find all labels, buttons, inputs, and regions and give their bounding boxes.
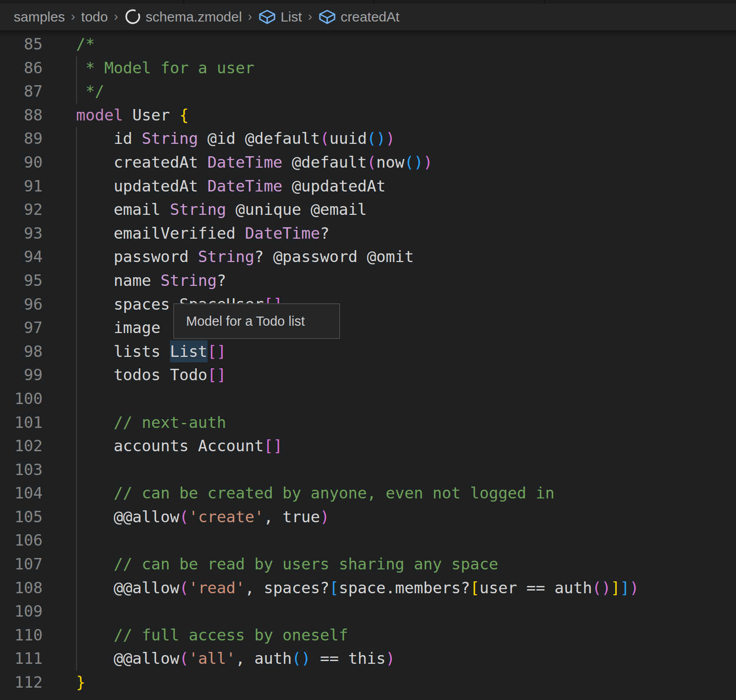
code-line[interactable]: 106 <box>0 529 736 552</box>
line-number[interactable]: 92 <box>0 198 43 222</box>
code-line[interactable]: 86 * Model for a user <box>0 56 736 80</box>
line-number[interactable]: 100 <box>0 387 43 411</box>
code-line[interactable]: 103 <box>0 458 736 482</box>
line-number[interactable]: 103 <box>0 458 43 482</box>
line-number[interactable]: 91 <box>0 175 43 198</box>
code-line[interactable]: 101 // next-auth <box>0 411 736 435</box>
code-line[interactable]: 100 <box>0 387 736 411</box>
line-number[interactable]: 109 <box>0 600 43 623</box>
code-line-content: @@allow('all', auth() == this) <box>43 647 395 671</box>
code-token: [] <box>208 366 226 384</box>
breadcrumb-item-todo[interactable]: todo <box>81 9 108 25</box>
code-token: @default <box>282 153 367 171</box>
line-number[interactable]: 96 <box>0 293 43 317</box>
line-number[interactable]: 88 <box>0 104 43 127</box>
line-number[interactable]: 105 <box>0 505 43 529</box>
code-token: ] <box>620 579 629 597</box>
code-token: ) <box>423 153 432 171</box>
code-line[interactable]: 112} <box>0 671 736 695</box>
code-line-content: email String @unique @email <box>43 198 367 222</box>
code-token: ( <box>367 153 376 171</box>
line-number[interactable]: 98 <box>0 340 43 364</box>
code-line[interactable]: 107 // can be read by users sharing any … <box>0 552 736 576</box>
code-line-content: id String @id @default(uuid()) <box>43 127 395 151</box>
code-line[interactable]: 89 id String @id @default(uuid()) <box>0 127 736 151</box>
code-token: String <box>170 200 226 219</box>
code-token: DateTime <box>208 153 283 171</box>
code-token: () <box>292 649 311 667</box>
code-line[interactable]: 95 name String? <box>0 269 736 293</box>
code-token: @updatedAt <box>282 177 385 195</box>
code-token: user == auth <box>479 579 592 597</box>
line-number[interactable]: 95 <box>0 269 43 293</box>
code-token: image <box>76 318 160 337</box>
line-number[interactable]: 90 <box>0 151 43 175</box>
code-token: , true <box>264 508 320 526</box>
code-token: todos Todo <box>76 366 208 384</box>
code-line-content: emailVerified DateTime? <box>43 222 330 246</box>
code-token: ] <box>611 579 620 597</box>
code-line[interactable]: 102 accounts Account[] <box>0 434 736 458</box>
code-line[interactable]: 104 // can be created by anyone, even no… <box>0 481 736 505</box>
breadcrumb-item-label: schema.zmodel <box>146 9 242 25</box>
line-number[interactable]: 107 <box>0 552 43 576</box>
code-line-content: model User { <box>43 104 189 127</box>
code-line[interactable]: 108 @@allow('read', spaces?[space.member… <box>0 576 736 600</box>
code-token: [] <box>264 437 282 455</box>
breadcrumb-item-label: samples <box>14 9 65 25</box>
line-number[interactable]: 99 <box>0 363 43 387</box>
breadcrumb-item-schema-zmodel[interactable]: schema.zmodel <box>124 8 242 26</box>
line-number[interactable]: 104 <box>0 481 43 505</box>
breadcrumb-item-samples[interactable]: samples <box>14 9 65 25</box>
code-token: @@allow <box>76 649 179 667</box>
code-line[interactable]: 94 password String? @password @omit <box>0 245 736 269</box>
code-line[interactable]: 91 updatedAt DateTime @updatedAt <box>0 175 736 198</box>
code-token: 'read' <box>189 579 245 597</box>
line-number[interactable]: 97 <box>0 316 43 340</box>
code-line-content: * Model for a user <box>43 56 254 80</box>
code-line-content: @@allow('read', spaces?[space.members?[u… <box>43 576 639 600</box>
code-line[interactable]: 110 // full access by oneself <box>0 623 736 647</box>
code-token: String <box>198 247 254 266</box>
line-number[interactable]: 111 <box>0 647 43 671</box>
line-number[interactable]: 93 <box>0 222 43 246</box>
code-line[interactable]: 85/* <box>0 33 736 56</box>
line-number[interactable]: 106 <box>0 529 43 552</box>
code-token: email <box>76 200 170 219</box>
line-number[interactable]: 101 <box>0 411 43 435</box>
line-number[interactable]: 89 <box>0 127 43 151</box>
code-line[interactable]: 96 spaces SpaceUser[] <box>0 293 736 317</box>
code-token: ? <box>320 224 329 242</box>
code-token: id <box>76 129 142 148</box>
breadcrumb-item-list[interactable]: List <box>258 9 302 25</box>
code-line[interactable]: 90 createdAt DateTime @default(now()) <box>0 151 736 175</box>
code-line-content: accounts Account[] <box>43 434 282 458</box>
code-token: emailVerified <box>76 224 245 242</box>
code-line[interactable]: 92 email String @unique @email <box>0 198 736 222</box>
code-line[interactable]: 98 lists List[] <box>0 340 736 364</box>
code-token: { <box>179 106 188 124</box>
code-line[interactable]: 93 emailVerified DateTime? <box>0 222 736 246</box>
code-line-content <box>43 529 76 552</box>
code-line[interactable]: 111 @@allow('all', auth() == this) <box>0 647 736 671</box>
line-number[interactable]: 87 <box>0 80 43 104</box>
breadcrumb-item-label: List <box>280 9 302 25</box>
code-line[interactable]: 88model User { <box>0 104 736 127</box>
code-line[interactable]: 99 todos Todo[] <box>0 363 736 387</box>
breadcrumb-item-createdat[interactable]: createdAt <box>318 9 399 25</box>
line-number[interactable]: 102 <box>0 434 43 458</box>
line-number[interactable]: 85 <box>0 33 43 56</box>
line-number[interactable]: 94 <box>0 245 43 269</box>
line-number[interactable]: 86 <box>0 56 43 80</box>
code-line[interactable]: 87 */ <box>0 80 736 104</box>
code-line[interactable]: 105 @@allow('create', true) <box>0 505 736 529</box>
code-line[interactable]: 97 image <box>0 316 736 340</box>
line-number[interactable]: 112 <box>0 671 43 695</box>
code-line-content: } <box>43 671 85 695</box>
line-number[interactable]: 108 <box>0 576 43 600</box>
code-line[interactable]: 109 <box>0 600 736 623</box>
line-number[interactable]: 110 <box>0 623 43 647</box>
code-editor[interactable]: 85/*86 * Model for a user87 */88model Us… <box>0 30 736 695</box>
code-token: ) <box>630 579 639 597</box>
code-line-content: // can be read by users sharing any spac… <box>43 552 498 576</box>
